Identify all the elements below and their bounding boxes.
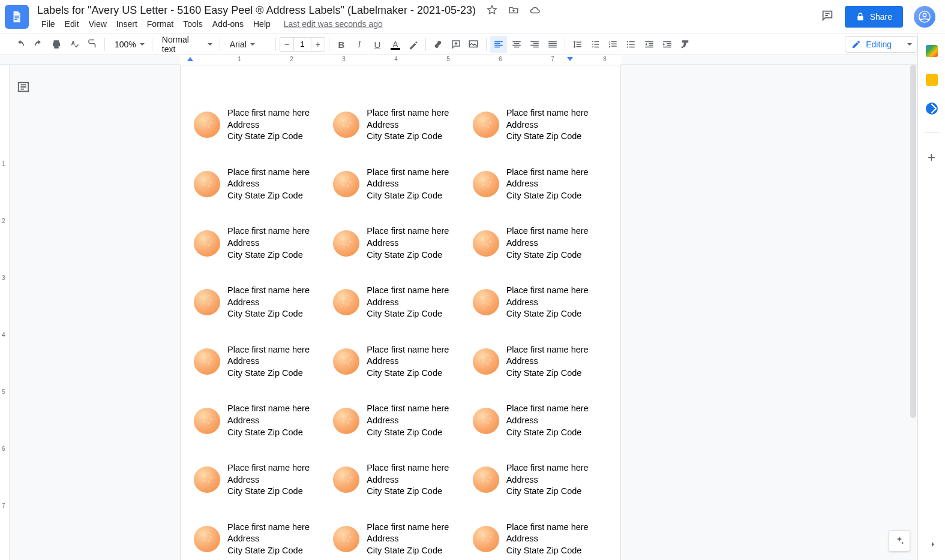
move-icon[interactable]	[508, 5, 519, 16]
label-cell[interactable]: Place first name hereAddressCity State Z…	[333, 225, 467, 261]
menu-tools[interactable]: Tools	[179, 18, 207, 30]
undo-button[interactable]	[12, 36, 29, 53]
editing-mode-select[interactable]: Editing	[845, 36, 917, 53]
font-size-decrease[interactable]: −	[280, 40, 293, 49]
label-text[interactable]: Place first name hereAddressCity State Z…	[506, 285, 589, 320]
label-text[interactable]: Place first name hereAddressCity State Z…	[227, 403, 310, 438]
label-cell[interactable]: Place first name hereAddressCity State Z…	[473, 285, 607, 320]
underline-button[interactable]: U	[369, 36, 386, 53]
account-avatar[interactable]	[914, 6, 935, 28]
label-text[interactable]: Place first name hereAddressCity State Z…	[227, 225, 310, 261]
label-cell[interactable]: Place first name hereAddressCity State Z…	[333, 522, 467, 557]
menu-view[interactable]: View	[85, 18, 111, 30]
paragraph-style-select[interactable]: Normal text	[156, 36, 216, 53]
label-text[interactable]: Place first name hereAddressCity State Z…	[367, 403, 449, 438]
label-cell[interactable]: Place first name hereAddressCity State Z…	[194, 344, 328, 380]
document-outline-button[interactable]	[17, 80, 34, 97]
right-indent-marker[interactable]	[567, 57, 573, 61]
horizontal-ruler[interactable]: 12345678	[0, 55, 917, 65]
label-text[interactable]: Place first name hereAddressCity State Z…	[367, 522, 449, 557]
align-left-button[interactable]	[490, 36, 507, 53]
insert-image-button[interactable]	[466, 36, 482, 53]
left-indent-marker[interactable]	[187, 57, 193, 61]
clear-formatting-button[interactable]	[677, 36, 694, 53]
zoom-select[interactable]: 100%	[109, 36, 148, 53]
line-spacing-button[interactable]	[569, 36, 586, 53]
label-cell[interactable]: Place first name hereAddressCity State Z…	[473, 344, 607, 380]
label-text[interactable]: Place first name hereAddressCity State Z…	[227, 107, 310, 143]
insert-comment-button[interactable]	[448, 36, 464, 53]
decrease-indent-button[interactable]	[641, 36, 658, 53]
explore-button[interactable]	[889, 530, 910, 552]
italic-button[interactable]: I	[351, 36, 368, 53]
label-text[interactable]: Place first name hereAddressCity State Z…	[367, 107, 449, 143]
bold-button[interactable]: B	[333, 36, 350, 53]
share-button[interactable]: Share	[845, 6, 903, 28]
paint-format-button[interactable]	[84, 36, 101, 53]
checklist-button[interactable]	[587, 36, 604, 53]
redo-button[interactable]	[30, 36, 47, 53]
label-cell[interactable]: Place first name hereAddressCity State Z…	[194, 522, 328, 557]
label-text[interactable]: Place first name hereAddressCity State Z…	[367, 462, 449, 498]
calendar-addon-icon[interactable]	[926, 45, 938, 57]
print-button[interactable]	[48, 36, 65, 53]
menu-help[interactable]: Help	[249, 18, 275, 30]
label-cell[interactable]: Place first name hereAddressCity State Z…	[473, 462, 607, 498]
insert-link-button[interactable]	[430, 36, 446, 53]
hide-sidepanel-button[interactable]	[928, 540, 938, 552]
label-text[interactable]: Place first name hereAddressCity State Z…	[506, 462, 589, 498]
label-text[interactable]: Place first name hereAddressCity State Z…	[227, 344, 310, 380]
label-cell[interactable]: Place first name hereAddressCity State Z…	[333, 344, 467, 380]
label-text[interactable]: Place first name hereAddressCity State Z…	[506, 107, 589, 143]
vertical-scrollbar[interactable]	[910, 65, 916, 418]
spellcheck-button[interactable]	[66, 36, 83, 53]
menu-insert[interactable]: Insert	[112, 18, 142, 30]
label-cell[interactable]: Place first name hereAddressCity State Z…	[473, 107, 607, 143]
menu-format[interactable]: Format	[143, 18, 178, 30]
last-edit-link[interactable]: Last edit was seconds ago	[280, 18, 387, 30]
label-cell[interactable]: Place first name hereAddressCity State Z…	[473, 522, 607, 557]
label-text[interactable]: Place first name hereAddressCity State Z…	[367, 225, 449, 261]
text-color-button[interactable]: A	[387, 36, 404, 53]
label-cell[interactable]: Place first name hereAddressCity State Z…	[194, 167, 328, 202]
label-cell[interactable]: Place first name hereAddressCity State Z…	[333, 285, 467, 320]
cloud-status-icon[interactable]	[530, 5, 541, 16]
vertical-ruler[interactable]: 1234567	[0, 65, 10, 560]
label-text[interactable]: Place first name hereAddressCity State Z…	[227, 522, 310, 557]
label-cell[interactable]: Place first name hereAddressCity State Z…	[194, 462, 328, 498]
label-cell[interactable]: Place first name hereAddressCity State Z…	[333, 462, 467, 498]
menu-addons[interactable]: Add-ons	[208, 18, 248, 30]
label-text[interactable]: Place first name hereAddressCity State Z…	[506, 225, 589, 261]
label-cell[interactable]: Place first name hereAddressCity State Z…	[333, 107, 467, 143]
menu-edit[interactable]: Edit	[61, 18, 83, 30]
label-text[interactable]: Place first name hereAddressCity State Z…	[506, 167, 589, 202]
highlight-color-button[interactable]	[405, 36, 422, 53]
label-text[interactable]: Place first name hereAddressCity State Z…	[227, 167, 310, 202]
star-icon[interactable]	[487, 5, 497, 16]
label-text[interactable]: Place first name hereAddressCity State Z…	[367, 167, 449, 202]
align-center-button[interactable]	[508, 36, 525, 53]
tasks-addon-icon[interactable]	[926, 103, 938, 115]
label-cell[interactable]: Place first name hereAddressCity State Z…	[194, 225, 328, 261]
align-justify-button[interactable]	[544, 36, 561, 53]
font-size-increase[interactable]: +	[311, 40, 325, 49]
menu-file[interactable]: File	[37, 18, 59, 30]
align-right-button[interactable]	[526, 36, 543, 53]
bulleted-list-button[interactable]	[623, 36, 640, 53]
label-text[interactable]: Place first name hereAddressCity State Z…	[367, 344, 449, 380]
label-cell[interactable]: Place first name hereAddressCity State Z…	[333, 167, 467, 202]
label-cell[interactable]: Place first name hereAddressCity State Z…	[473, 167, 607, 202]
keep-addon-icon[interactable]	[926, 74, 938, 86]
document-title[interactable]: Labels for "Avery US Letter - 5160 Easy …	[37, 4, 476, 17]
label-text[interactable]: Place first name hereAddressCity State Z…	[506, 522, 589, 557]
increase-indent-button[interactable]	[659, 36, 676, 53]
font-size-value[interactable]: 1	[293, 38, 311, 51]
label-cell[interactable]: Place first name hereAddressCity State Z…	[194, 285, 328, 320]
numbered-list-button[interactable]	[605, 36, 622, 53]
label-cell[interactable]: Place first name hereAddressCity State Z…	[473, 225, 607, 261]
docs-app-icon[interactable]	[5, 5, 29, 29]
font-family-select[interactable]: Arial	[224, 36, 272, 53]
label-cell[interactable]: Place first name hereAddressCity State Z…	[194, 107, 328, 143]
comments-icon[interactable]	[821, 9, 834, 25]
label-text[interactable]: Place first name hereAddressCity State Z…	[506, 403, 589, 438]
